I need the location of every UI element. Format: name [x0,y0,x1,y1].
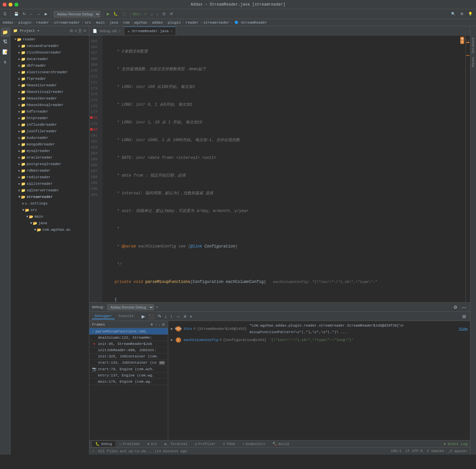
tab-streamreader-close[interactable]: ✕ [170,29,172,33]
frame-item-2[interactable]: ● init:95, StreamReader$Job [89,341,168,347]
debug-session-dropdown[interactable]: Addax Remote Debug [107,304,154,310]
tree-elasticsearchreader[interactable]: ▶ 📁 elasticsearchreader [11,69,89,75]
tree-jsonfilereader[interactable]: ▶ 📁 jsonfilereader [11,128,89,135]
tree-mysqlreader[interactable]: ▶ 📁 mysqlreader [11,148,89,154]
nav-com[interactable]: com [123,21,129,25]
tree-oraclereader[interactable]: ▶ 📁 oraclereader [11,154,89,161]
bottom-tab-problems[interactable]: ⚠ Problems [116,441,143,447]
database-panel-label[interactable]: Database [471,36,476,54]
debug-minimize-btn[interactable]: — [460,304,467,310]
tree-postgresqlreader[interactable]: ▶ 📁 postgresqlreader [11,161,89,167]
debug-step-over-btn[interactable]: ↷ [156,313,163,320]
pull-requests-icon[interactable]: ⇅ [1,57,10,66]
bottom-tab-profiler[interactable]: ◎ Profiler [192,441,219,447]
frames-up-btn[interactable]: ↑ [155,322,157,327]
tree-ftpreader[interactable]: ▶ 📁 ftpreader [11,75,89,82]
nav-streamreader[interactable]: streamreader [54,21,80,25]
tree-reader[interactable]: ▼ 📂 reader [11,36,89,43]
search-btn[interactable]: 🔍 [450,11,457,17]
debug-restore-layout-btn[interactable]: ⊞ [461,313,467,320]
frame-item-0[interactable]: ✓ parseMixupFunctions:180, [89,328,168,335]
tree-httpreader[interactable]: ▶ 📁 httpreader [11,115,89,121]
bottom-tab-todo[interactable]: ≡ TODO [219,441,238,447]
git-update[interactable]: ↓ [149,11,154,17]
frame-item-4[interactable]: init:325, JobContainer (com. [89,353,168,360]
tree-mongodbreader[interactable]: ▶ 📁 mongodbreader [11,141,89,148]
tree-hbase11xsqlreader[interactable]: ▶ 📁 hbase11xsqlreader [11,89,89,95]
tree-sqlserverreader[interactable]: ▶ 📁 sqlserverreader [11,187,89,194]
git-history[interactable]: ⏱ [161,11,167,17]
frame-item-8[interactable]: main:175, Engine (com.wg. [89,379,168,385]
status-indent[interactable]: 4 spaces [427,449,444,453]
project-gear-btn[interactable]: ☰ [78,29,82,33]
bottom-tab-endpoints[interactable]: ⚡ Endpoints [239,441,268,447]
debug-evaluate-btn[interactable]: ≡ [182,313,188,320]
toolbar-debug-btn[interactable]: 🐛 [112,11,119,17]
var-this-view-link[interactable]: View [459,326,467,332]
tree-hbase20xsqlreader[interactable]: ▶ 📁 hbase20xsqlreader [11,102,89,108]
maximize-button[interactable] [14,3,18,7]
status-branch[interactable]: ⎇ master [448,449,467,453]
frame-item-3[interactable]: initJobReader:680, JobCont: [89,347,168,353]
debug-tab-console[interactable]: Console [116,313,136,319]
nav-java[interactable]: java [109,21,118,25]
tab-debug-md[interactable]: 📄 debug.md ✕ [89,27,124,35]
nav-streamreader2[interactable]: streamreader [203,21,229,25]
bottom-tab-terminal[interactable]: ▶_ Terminal [161,441,191,447]
status-encoding[interactable]: LF UTF-8 [405,449,423,453]
nav-plugin2[interactable]: plugin [168,21,181,25]
git-checkmark[interactable]: ✓ [143,11,148,17]
frame-item-7[interactable]: entry:137, Engine (com.wg. [89,373,168,379]
project-settings-btn[interactable]: ⚙ [70,29,73,33]
debug-session-close[interactable]: ✕ [156,305,158,309]
debug-add-watch-btn[interactable]: + [188,313,193,320]
tab-debug-md-close[interactable]: ✕ [119,29,121,33]
toolbar-forward[interactable]: → [36,11,42,17]
toolbar-sync[interactable]: ↻ [21,11,27,17]
toolbar-run-btn[interactable]: ▶ [105,11,111,17]
settings-btn[interactable]: ⚙ [459,11,465,17]
nav-reader2[interactable]: reader [186,21,199,25]
git-push[interactable]: ↑ [155,11,160,17]
toolbar-back[interactable]: ← [28,11,34,17]
tree-java[interactable]: ▼ 📂 java [11,220,89,226]
frames-down-btn[interactable]: ↓ [158,322,160,327]
var-expand-eachcolumnconfig[interactable]: ▶ [171,337,173,343]
toolbar-menu-addax[interactable]: ☰ [2,11,8,17]
maven-panel-label[interactable]: Maven [471,56,476,68]
tree-rdbmsreader[interactable]: ▶ 📁 rdbmsreader [11,167,89,174]
help-btn[interactable]: 💡 [467,11,474,17]
nav-addax2[interactable]: addax [152,21,163,25]
tree-hdfsreader[interactable]: ▶ 📁 hdfsreader [11,108,89,115]
tree-hbase20xreader[interactable]: ▶ 📁 hbase20xreader [11,95,89,102]
frames-filter-btn[interactable]: ▼ [150,322,154,327]
nav-addax[interactable]: Addax [3,21,13,25]
debug-resume-btn[interactable]: ▶ [140,313,147,320]
tree-sqlitereader[interactable]: ▶ 📁 sqlitereader [11,181,89,187]
tree-cassandrareader[interactable]: ▶ 📁 cassandrareader [11,43,89,49]
status-position[interactable]: 180:1 [391,449,401,453]
bottom-tab-debug[interactable]: 🐛 Debug [92,441,115,447]
debug-settings-btn[interactable]: ⚙ [452,304,459,310]
project-icon[interactable]: 📁 [1,28,10,37]
bottom-tab-git[interactable]: ⊛ Git [144,441,160,447]
debug-config-dropdown[interactable]: Addax Remote Debug [54,11,101,17]
debug-stop-btn[interactable]: ⬛ [147,313,155,320]
close-button[interactable] [3,3,7,7]
tree-settings[interactable]: ▶ ⚙ .settings [11,200,89,207]
tree-influxdbreader[interactable]: ▶ 📁 influxdbreader [11,121,89,128]
bottom-tab-build[interactable]: 🔨 Build [269,441,292,447]
project-close-btn[interactable]: ✕ [83,29,86,33]
debug-run-to-cursor-btn[interactable]: → [174,313,182,320]
toolbar-stop-btn[interactable]: ⬛ [121,11,128,17]
toolbar-save[interactable]: 💾 [13,11,20,17]
frames-settings-btn[interactable]: ⚙ [162,322,165,327]
commit-icon[interactable]: 📝 [1,47,10,56]
debug-step-out-btn[interactable]: ↑ [169,313,174,320]
toolbar-run-config[interactable]: ▶ [43,11,49,17]
tree-streamreader[interactable]: ▼ 📂 streamreader [11,194,89,200]
nav-reader[interactable]: reader [36,21,49,25]
frame-item-6[interactable]: 📷 start:79, Engine (com.wzh. [89,366,168,373]
tab-streamreader-java[interactable]: ☕ StreamReader.java ✕ [124,27,176,35]
nav-wgzhao[interactable]: wgzhao [134,21,147,25]
